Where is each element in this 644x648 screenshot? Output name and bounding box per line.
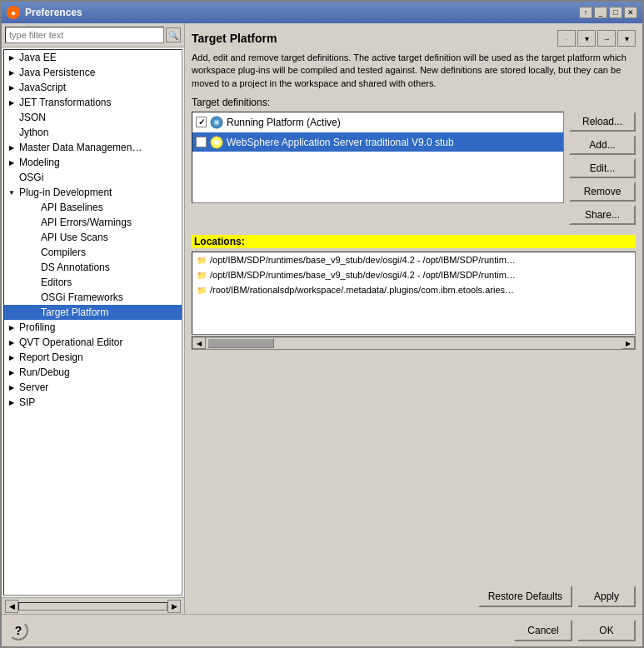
ok-button[interactable]: OK xyxy=(577,620,636,641)
back-button[interactable]: ← xyxy=(557,30,576,47)
scroll-left-arrow[interactable]: ◀ xyxy=(192,337,206,349)
cancel-button[interactable]: Cancel xyxy=(514,620,572,641)
sidebar-item-plugin-development[interactable]: Plug-in Development xyxy=(4,185,182,200)
target-buttons: Reload... Add... Edit... Remove Share... xyxy=(569,112,636,225)
locations-scrollbar[interactable]: ◀ ▶ xyxy=(192,336,636,350)
scroll-right-arrow[interactable]: ▶ xyxy=(622,337,635,349)
sidebar-item-server[interactable]: Server xyxy=(4,380,182,395)
sidebar-label-profiling: Profiling xyxy=(17,322,55,333)
sidebar-item-master-data-management[interactable]: Master Data Managemen… xyxy=(4,140,182,155)
forward-button[interactable]: → xyxy=(597,30,616,47)
share-button[interactable]: Share... xyxy=(569,205,636,225)
window-restore-btn[interactable]: □ xyxy=(609,7,622,18)
sidebar-label-api-errors-warnings: API Errors/Warnings xyxy=(39,217,132,228)
sidebar-label-modeling: Modeling xyxy=(17,157,60,168)
sidebar-item-profiling[interactable]: Profiling xyxy=(4,320,182,335)
tree-arrow-api-use-scans xyxy=(27,232,39,243)
tree-arrow-sip xyxy=(6,396,17,408)
menu-dropdown-button[interactable]: ▾ xyxy=(617,30,636,47)
location-text-2: /root/IBM/rationalsdp/workspace/.metadat… xyxy=(210,285,514,295)
target-row-websphere[interactable]: WebSphere Application Server traditional… xyxy=(192,132,563,152)
folder-icon-1: 📁 xyxy=(196,269,207,281)
target-checkbox-running[interactable] xyxy=(196,117,207,127)
sidebar-item-sip[interactable]: SIP xyxy=(4,395,182,410)
folder-icon-0: 📁 xyxy=(196,254,207,266)
add-button[interactable]: Add... xyxy=(569,135,636,155)
sidebar-item-editors[interactable]: Editors xyxy=(4,275,182,290)
sidebar-item-json[interactable]: JSON xyxy=(4,110,182,125)
locations-list[interactable]: 📁 /opt/IBM/SDP/runtimes/base_v9_stub/dev… xyxy=(192,252,636,335)
scroll-track[interactable] xyxy=(206,338,622,348)
target-list[interactable]: Running Platform (Active) WebSphere xyxy=(192,112,564,203)
location-row-2: 📁 /root/IBM/rationalsdp/workspace/.metad… xyxy=(192,282,635,297)
sidebar-label-target-platform: Target Platform xyxy=(39,307,108,318)
sidebar-scroll-left[interactable]: ◀ xyxy=(5,600,18,613)
window-close-btn[interactable]: ✕ xyxy=(624,7,637,18)
sidebar-label-server: Server xyxy=(17,381,48,393)
sidebar-item-api-errors-warnings[interactable]: API Errors/Warnings xyxy=(4,215,182,230)
sidebar-item-java-ee[interactable]: Java EE xyxy=(4,50,182,65)
sidebar-item-osgi-frameworks[interactable]: OSGi Frameworks xyxy=(4,290,182,305)
dropdown-button[interactable]: ▾ xyxy=(577,30,596,47)
scroll-thumb[interactable] xyxy=(207,338,274,348)
sidebar-label-api-baselines: API Baselines xyxy=(39,202,103,213)
apply-row: Restore Defaults Apply xyxy=(192,586,636,607)
sidebar-item-api-baselines[interactable]: API Baselines xyxy=(4,200,182,215)
target-checkbox-websphere[interactable] xyxy=(196,137,207,147)
location-text-1: /opt/IBM/SDP/runtimes/base_v9_stub/dev/o… xyxy=(210,270,516,280)
sidebar-bottom: ◀ ▶ xyxy=(2,597,184,614)
sidebar-label-plugin-development: Plug-in Development xyxy=(17,187,112,198)
tree-arrow-server xyxy=(6,381,17,393)
locations-section: Locations: 📁 /opt/IBM/SDP/runtimes/base_… xyxy=(192,235,636,581)
filter-input[interactable] xyxy=(5,27,164,43)
sidebar-item-qvt-operational-editor[interactable]: QVT Operational Editor xyxy=(4,335,182,350)
sidebar-item-osgi[interactable]: OSGi xyxy=(4,170,182,185)
sidebar-item-report-design[interactable]: Report Design xyxy=(4,350,182,365)
sidebar-item-ds-annotations[interactable]: DS Annotations xyxy=(4,260,182,275)
tree-arrow-plugin-development xyxy=(6,187,17,198)
tree-arrow-javascript xyxy=(6,82,17,93)
sidebar-item-target-platform[interactable]: Target Platform xyxy=(4,305,182,320)
edit-button[interactable]: Edit... xyxy=(569,158,636,178)
sidebar-scroll-right[interactable]: ▶ xyxy=(167,600,181,613)
sidebar-item-compilers[interactable]: Compilers xyxy=(4,245,182,260)
tree-arrow-qvt-operational-editor xyxy=(6,336,17,348)
app-icon: ● xyxy=(7,6,20,19)
reload-button[interactable]: Reload... xyxy=(569,112,636,132)
remove-button[interactable]: Remove xyxy=(569,182,636,202)
tree-area[interactable]: Java EE Java Persistence JavaScript JET … xyxy=(3,49,182,596)
tree-arrow-osgi xyxy=(6,172,17,183)
sidebar-item-jython[interactable]: Jython xyxy=(4,125,182,140)
tree-arrow-target-platform xyxy=(27,307,39,318)
title-bar: ● Preferences ↑ _ □ ✕ xyxy=(2,2,642,23)
sidebar-label-osgi: OSGi xyxy=(17,172,43,183)
sidebar-label-api-use-scans: API Use Scans xyxy=(39,232,108,243)
sidebar-label-compilers: Compilers xyxy=(39,247,86,258)
target-row-running-platform[interactable]: Running Platform (Active) xyxy=(192,112,563,132)
tree-arrow-osgi-frameworks xyxy=(27,292,39,303)
sidebar-label-jet-transformations: JET Transformations xyxy=(17,97,111,108)
tree-arrow-json xyxy=(6,112,17,123)
window-minimize-btn[interactable]: _ xyxy=(594,7,607,18)
sidebar-item-jet-transformations[interactable]: JET Transformations xyxy=(4,95,182,110)
filter-icon: 🔍 xyxy=(166,27,181,42)
tree-arrow-report-design xyxy=(6,351,17,363)
sidebar-label-master-data-management: Master Data Managemen… xyxy=(17,142,142,153)
sidebar-label-run-debug: Run/Debug xyxy=(17,366,70,378)
restore-defaults-button[interactable]: Restore Defaults xyxy=(478,586,572,607)
sidebar-item-modeling[interactable]: Modeling xyxy=(4,155,182,170)
sidebar-item-api-use-scans[interactable]: API Use Scans xyxy=(4,230,182,245)
sidebar-item-javascript[interactable]: JavaScript xyxy=(4,80,182,95)
tree-arrow-master-data-management xyxy=(6,142,17,153)
sidebar-label-osgi-frameworks: OSGi Frameworks xyxy=(39,292,123,303)
sidebar-item-java-persistence[interactable]: Java Persistence xyxy=(4,65,182,80)
sidebar-item-run-debug[interactable]: Run/Debug xyxy=(4,365,182,380)
help-button[interactable]: ? xyxy=(8,621,28,641)
apply-button[interactable]: Apply xyxy=(577,586,636,607)
tree-arrow-java-persistence xyxy=(6,67,17,78)
tree-arrow-api-errors-warnings xyxy=(27,217,39,228)
filter-box: 🔍 xyxy=(2,23,184,47)
window-back-btn[interactable]: ↑ xyxy=(579,7,592,18)
tree-arrow-jython xyxy=(6,127,17,138)
sidebar-label-javascript: JavaScript xyxy=(17,82,66,93)
